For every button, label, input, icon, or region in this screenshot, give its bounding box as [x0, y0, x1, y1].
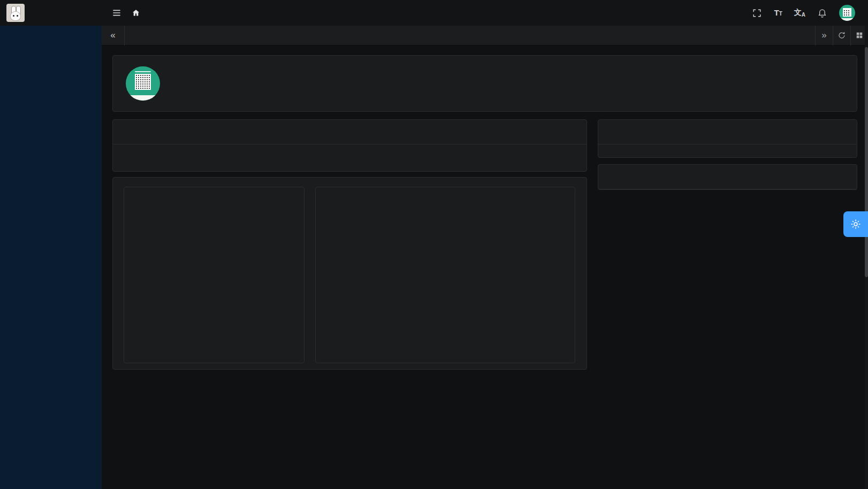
profile-qr-avatar — [126, 66, 160, 101]
bell-icon[interactable] — [817, 8, 827, 18]
user-menu[interactable] — [839, 5, 859, 21]
pie-chart-card — [124, 187, 304, 363]
gear-icon — [850, 218, 862, 230]
pie-chart[interactable] — [182, 257, 264, 339]
refresh-icon[interactable] — [833, 26, 850, 45]
quick-entry-panel — [598, 119, 857, 158]
language-icon[interactable]: 文A — [794, 8, 805, 18]
sidebar-nav — [0, 26, 102, 489]
header-actions: TT 文A — [752, 5, 868, 21]
app-root: TT 文A « » — [0, 0, 868, 489]
charts-panel — [112, 177, 587, 370]
page-scrollbar[interactable] — [865, 26, 868, 489]
top-header: TT 文A — [0, 0, 868, 26]
main-content — [102, 45, 868, 489]
user-avatar — [839, 5, 855, 21]
scrollbar-thumb[interactable] — [865, 47, 868, 277]
projects-panel — [112, 119, 587, 172]
hamburger-icon[interactable] — [111, 7, 123, 18]
theme-settings-button[interactable] — [843, 211, 868, 237]
tags-scroll-right-button[interactable]: » — [815, 26, 833, 45]
home-icon — [133, 10, 139, 16]
breadcrumb[interactable] — [132, 9, 143, 17]
tagsview-bar: « » — [102, 26, 868, 45]
tags-scroll-left-button[interactable]: « — [102, 26, 125, 45]
greeting-card — [112, 55, 857, 112]
app-logo-area[interactable] — [0, 0, 102, 26]
tags-actions: » — [815, 26, 868, 45]
font-size-icon[interactable]: TT — [774, 8, 782, 18]
notice-panel — [598, 164, 857, 190]
bar-chart-card — [315, 187, 575, 363]
app-logo — [6, 4, 25, 22]
fullscreen-icon[interactable] — [752, 8, 762, 18]
